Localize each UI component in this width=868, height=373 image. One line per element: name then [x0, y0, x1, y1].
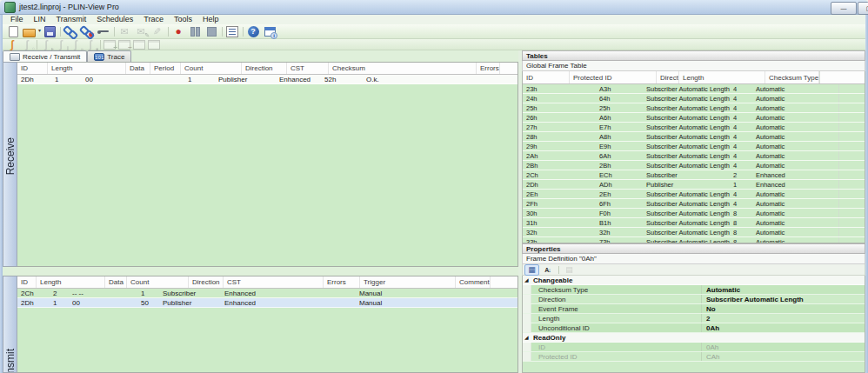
property-category-readonly[interactable]: ReadOnly — [523, 333, 865, 343]
frame-row[interactable]: 30h F0h Subscriber Automatic Length 8 Au… — [523, 209, 865, 218]
table-add-button[interactable] — [103, 39, 117, 50]
help-button[interactable] — [245, 25, 261, 38]
edit-frame-button[interactable] — [133, 25, 149, 38]
column-header[interactable]: Trigger — [360, 276, 456, 288]
new-project-button[interactable] — [5, 25, 21, 38]
frame-row[interactable]: 2Bh 2Bh Subscriber Automatic Length 4 Au… — [523, 161, 865, 170]
column-header[interactable]: Protected ID — [570, 71, 657, 83]
frame-row[interactable]: 2Ch ECh Subscriber 2 Enhanced — [523, 170, 865, 180]
frame-row[interactable]: 2Eh 2Eh Subscriber Automatic Length 4 Au… — [523, 190, 865, 199]
column-header[interactable]: Errors — [477, 63, 500, 74]
column-header[interactable]: Data — [105, 276, 127, 288]
property-category-changeable[interactable]: Changeable — [523, 276, 865, 285]
column-header[interactable]: Length — [679, 71, 765, 83]
menu-item[interactable]: LIN — [29, 15, 51, 24]
column-header[interactable]: Checksum Type — [765, 71, 819, 83]
property-row[interactable]: Direction Subscriber Automatic Length — [523, 295, 865, 304]
frame-row[interactable]: 25h 25h Subscriber Automatic Length 4 Au… — [523, 103, 865, 113]
table-edit-button[interactable] — [132, 39, 146, 50]
tab-receive-transmit[interactable]: Receive / Transmit — [3, 50, 87, 62]
column-header[interactable]: Length — [37, 276, 105, 288]
transmit-row[interactable]: 2Dh 1 00 50 Publisher Enhanced Manual — [17, 298, 517, 308]
column-header[interactable]: Count — [127, 276, 189, 288]
disconnect-button[interactable] — [79, 25, 95, 38]
column-header[interactable]: Direction — [657, 71, 679, 83]
column-header[interactable]: ID — [17, 276, 37, 288]
receive-side-tab[interactable]: Receive — [3, 62, 17, 267]
column-header[interactable]: Errors — [324, 276, 360, 288]
table-remove-button[interactable] — [117, 39, 131, 50]
tables-panel-header[interactable]: Tables — [522, 50, 865, 61]
transmit-side-tab[interactable]: Transmit — [3, 276, 17, 373]
frame-row[interactable]: 24h 64h Subscriber Automatic Length 4 Au… — [523, 94, 865, 103]
menu-item[interactable]: Schedules — [91, 15, 138, 24]
frame-row[interactable]: 33h 73h Subscriber Automatic Length 8 Au… — [523, 237, 865, 243]
maximize-button[interactable]: ▢ — [858, 2, 868, 15]
frame-row[interactable]: 26h A6h Subscriber Automatic Length 4 Au… — [523, 113, 865, 123]
stop-button[interactable] — [204, 25, 219, 38]
column-header[interactable]: Comment — [456, 276, 491, 288]
property-row-readonly[interactable]: Protected ID CAh — [523, 352, 865, 362]
global-frame-table-header[interactable]: Global Frame Table — [522, 61, 865, 71]
minimize-button[interactable]: — — [831, 2, 857, 15]
property-row[interactable]: Unconditional ID 0Ah — [523, 323, 865, 333]
options-button[interactable] — [224, 25, 240, 38]
property-pages-button[interactable] — [562, 264, 577, 276]
column-header[interactable]: ID — [523, 71, 570, 83]
column-header[interactable]: Checksum — [329, 63, 477, 74]
column-header[interactable]: Length — [48, 63, 126, 74]
schedule-stop-button[interactable] — [83, 39, 97, 50]
property-row-readonly[interactable]: ID 0Ah — [523, 343, 865, 352]
property-value[interactable]: Subscriber Automatic Length — [702, 296, 865, 303]
table-view-button[interactable] — [147, 39, 161, 50]
tab-trace[interactable]: Trace — [87, 50, 131, 62]
menu-item[interactable]: Help — [197, 15, 224, 24]
column-header[interactable]: Count — [181, 63, 242, 74]
frame-row[interactable]: 32h 32h Subscriber Automatic Length 8 Au… — [523, 228, 865, 237]
send-frame-button[interactable] — [117, 25, 132, 38]
column-header[interactable]: Direction — [189, 276, 224, 288]
schedule-play-button[interactable] — [39, 39, 53, 50]
frame-row[interactable]: 28h A8h Subscriber Automatic Length 4 Au… — [523, 132, 865, 142]
receive-row[interactable]: 2Dh 1 00 1 Publisher Enhanced 52h O.k. — [17, 75, 517, 84]
frame-row[interactable]: 2Dh ADh Publisher 1 Enhanced — [523, 180, 865, 190]
pause-button[interactable] — [187, 25, 203, 38]
info-window-button[interactable] — [262, 25, 277, 38]
property-value[interactable]: Automatic — [702, 286, 865, 294]
frame-row[interactable]: 29h E9h Subscriber Automatic Length 4 Au… — [523, 142, 865, 151]
property-row[interactable]: Length 2 — [523, 314, 865, 323]
schedule-next-button[interactable] — [69, 39, 83, 50]
schedule-reset-button[interactable] — [20, 39, 34, 50]
record-button[interactable] — [170, 25, 186, 38]
frame-row[interactable]: 31h B1h Subscriber Automatic Length 8 Au… — [523, 218, 865, 228]
column-header[interactable]: ID — [17, 63, 48, 74]
alphabetical-sort-button[interactable] — [540, 264, 555, 276]
frame-row[interactable]: 27h E7h Subscriber Automatic Length 4 Au… — [523, 123, 865, 132]
hardware-connection-button[interactable] — [96, 25, 111, 38]
properties-panel-header[interactable]: Properties — [522, 243, 865, 254]
frame-row[interactable]: 2Fh 6Fh Subscriber Automatic Length 4 Au… — [523, 199, 865, 209]
comment-button[interactable] — [150, 25, 165, 38]
categorized-view-button[interactable] — [524, 264, 539, 276]
column-header[interactable]: Direction — [242, 63, 287, 74]
menu-item[interactable]: Trace — [138, 15, 169, 24]
property-value[interactable]: No — [702, 305, 865, 313]
open-project-button[interactable] — [22, 25, 41, 38]
property-value[interactable]: 0Ah — [702, 324, 865, 332]
frame-row[interactable]: 2Ah 6Ah Subscriber Automatic Length 4 Au… — [523, 151, 865, 161]
menu-item[interactable]: File — [5, 15, 29, 24]
property-row[interactable]: Event Frame No — [523, 304, 865, 314]
column-header[interactable]: Data — [126, 63, 150, 74]
menu-item[interactable]: Transmit — [51, 15, 92, 24]
property-row[interactable]: Checksum Type Automatic — [523, 285, 865, 295]
column-header[interactable]: CST — [224, 276, 324, 288]
column-header[interactable]: Period — [150, 63, 181, 74]
frame-row[interactable]: 23h A3h Subscriber Automatic Length 4 Au… — [523, 84, 865, 94]
column-header[interactable]: CST — [287, 63, 329, 74]
schedule-pause-button[interactable] — [54, 39, 68, 50]
menu-item[interactable]: Tools — [169, 15, 197, 24]
transmit-row[interactable]: 2Ch 2 -- -- 1 Subscriber Enhanced Manual — [17, 289, 517, 298]
save-project-button[interactable] — [42, 25, 57, 38]
connect-button[interactable] — [63, 25, 78, 38]
schedule-run-button[interactable] — [5, 39, 19, 50]
